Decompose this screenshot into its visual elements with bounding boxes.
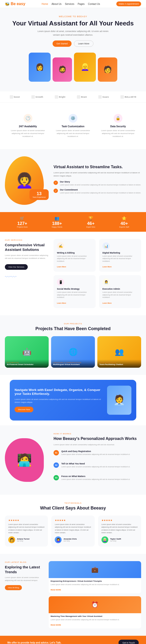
service-writing: ✍️ Writing & Editing Lorem ipsum dolor s… (53, 239, 96, 272)
services-tag: OUR SERVICES (5, 239, 49, 241)
marketing-learn-more[interactable]: Learn More (102, 266, 112, 268)
nav-services[interactable]: Services (65, 3, 74, 5)
staff-icon: ⭐ (119, 216, 129, 220)
avatar-4-icon: 🧑 (98, 58, 117, 82)
chatbot-title: Team-Facilitating Chatbot (99, 363, 139, 366)
avatar-ariana: 👩 (8, 536, 15, 543)
stat-awards: 🏆 46+ Expert Won (86, 216, 95, 228)
appointment-button[interactable]: Make A Appointment (116, 2, 141, 6)
hiw-content: HOW IT WORKS How Beeasy's Personalized A… (53, 433, 141, 488)
cta-discover-button[interactable]: Discover Now (15, 407, 33, 412)
services-intro: OUR SERVICES Comprehensive Virtual Assis… (5, 239, 49, 308)
step-1-title: Quick and Easy Registration (61, 450, 130, 452)
admin-title: Executive Admin (102, 288, 138, 290)
clients-icon: 👥 (52, 216, 62, 220)
blog-read-more-1[interactable]: READ MORE (51, 589, 61, 591)
services-description: Lorem ipsum dolor sit amet consectetur a… (5, 254, 49, 260)
step-2-text: Tell Us What You Need Lorem ipsum dolor … (61, 462, 130, 472)
learn-more-button[interactable]: Learn More (74, 40, 93, 47)
project-scheduler[interactable]: 🤖 AUTOMATION AI-Powered Smart Scheduler (5, 336, 49, 368)
about-description: Lorem ipsum dolor sit amet consectetur a… (53, 171, 141, 178)
author-role-3: our tony (110, 540, 121, 542)
hero-images: 👩 🧔 👱‍♀️ 🧑 (10, 52, 136, 82)
scheduler-title: AI-Powered Smart Scheduler (7, 363, 47, 366)
wave-decoration: 〰〰 (5, 274, 49, 280)
project-multilingual[interactable]: 🌐 LANGUAGE & COMMUNICATION Multilingual … (51, 336, 95, 368)
brands-section: boost Growth Bright Brant Guaro BULLSEYE (0, 92, 146, 103)
admin-icon: 👩‍💼 (102, 278, 110, 286)
author-1: 👩 Ariana Turner our tony (8, 536, 45, 543)
feature-security-desc: Lorem ipsum dolor sit amet consectetur a… (100, 129, 136, 138)
services-section: OUR SERVICES Comprehensive Virtual Assis… (0, 232, 146, 315)
clients-number: 188+ (52, 221, 62, 226)
nav-contact[interactable]: Contact Us (88, 3, 100, 5)
hiw-title: How Beeasy's Personalized Approach Works (53, 436, 141, 441)
testimonials-title: What Client Says About Beeasy (5, 506, 141, 511)
availability-icon: 🕐 (24, 114, 32, 123)
stat-projects: 🛒 127+ Projects Done (17, 216, 28, 228)
staff-number: 40+ (119, 221, 129, 226)
project-chatbot[interactable]: 👥 TEAM ASSISTANCE Team-Facilitating Chat… (97, 336, 141, 368)
get-in-touch-button[interactable]: Get In Touch (118, 640, 139, 644)
scheduler-overlay: AUTOMATION AI-Powered Smart Scheduler (5, 360, 49, 368)
social-desc: Lorem ipsum dolor sit amet consectetur a… (57, 291, 92, 299)
brand-boost: boost (10, 95, 20, 99)
feature-customization-title: Task Customization (55, 125, 91, 128)
testi-text-1: Lorem ipsum dolor sit amet consectetur a… (8, 523, 45, 534)
stat-clients: 👥 188+ Happy Clients (52, 216, 62, 228)
projects-title: Projects That Have Been Completed (5, 326, 141, 331)
nav-home[interactable]: Home (42, 3, 48, 5)
nav-pages[interactable]: Pages (78, 3, 85, 5)
view-services-button[interactable]: View Our Services (5, 264, 28, 270)
check-icon-2: ✓ (53, 188, 58, 193)
story-title: Our Story (60, 180, 141, 183)
experience-number: 13 (32, 191, 46, 196)
avatar-taylor: 👩‍🦳 (101, 536, 108, 543)
writing-learn-more[interactable]: Learn More (57, 266, 66, 268)
hero-avatar-3: 👱‍♀️ (74, 52, 96, 82)
nav-about[interactable]: About Us (52, 3, 61, 5)
avatar-amanda: 👩‍🦱 (55, 536, 61, 543)
services-title: Comprehensive Virtual Assistant Solution… (5, 242, 49, 252)
awards-label: Expert Won (86, 226, 95, 228)
how-it-works-section: 🧑‍💻 HOW IT WORKS How Beeasy's Personaliz… (0, 425, 146, 495)
multilingual-overlay: LANGUAGE & COMMUNICATION Multilingual Vi… (51, 360, 95, 368)
blog-description: Lorem ipsum dolor sit amet consectetur a… (5, 576, 44, 582)
step-3: 03 Focus on What Matters Lorem ipsum dol… (53, 475, 141, 485)
author-role-1: our tony (17, 540, 30, 542)
blog-read-more-2[interactable]: READ MORE (51, 624, 61, 626)
testimonials-grid: ★★★★★ Lorem ipsum dolor sit amet consect… (5, 516, 141, 546)
service-marketing: 📊 Digital Marketing Lorem ipsum dolor si… (99, 239, 141, 272)
marketing-desc: Lorem ipsum dolor sit amet consectetur a… (102, 255, 138, 263)
commitment-title: Our Commitment (60, 188, 141, 191)
step-3-text: Focus on What Matters Lorem ipsum dolor … (61, 475, 130, 485)
step-2: 02 Tell Us What You Need Lorem ipsum dol… (53, 462, 141, 472)
blog-tag: OUR LATEST BLOG (5, 561, 44, 563)
clients-label: Happy Clients (52, 226, 62, 228)
testi-text-2: Lorem ipsum dolor sit amet consectetur a… (55, 523, 91, 534)
step-3-title: Focus on What Matters (61, 475, 130, 478)
testi-text-3: Lorem ipsum dolor sit amet consectetur a… (101, 523, 138, 534)
get-started-button[interactable]: Get Started (53, 40, 71, 47)
social-learn-more[interactable]: Learn More (57, 302, 66, 304)
logo[interactable]: 🐝 Beeasy (5, 2, 25, 6)
blog-post-2[interactable]: ⏰ Mastering Time Management with Your Vi… (49, 596, 141, 628)
step-3-desc: Lorem ipsum dolor sit amet consectetur a… (61, 478, 130, 481)
feature-customization: ⚙️ Task Customization Lorem ipsum dolor … (52, 110, 93, 142)
view-all-blog-button[interactable]: View All Blog (5, 585, 22, 590)
author-name-1: Ariana Turner (17, 538, 30, 540)
hero-avatar-4: 🧑 (98, 58, 117, 82)
bottom-cta-text: We offer to provide help and advice. Let… (7, 641, 61, 644)
author-2: 👩‍🦱 Amanda Chris our tony (55, 536, 91, 543)
staff-label: Experts Staff (119, 226, 129, 228)
step-1: 01 Quick and Easy Registration Lorem ips… (53, 450, 141, 460)
admin-learn-more[interactable]: Learn More (102, 302, 112, 304)
hero-avatar-1: 👩 (29, 52, 51, 82)
cta-content: Navigate Work with Ease! Delegate, Organ… (15, 388, 103, 412)
step-3-number: 03 (53, 475, 59, 480)
story-text: Lorem ipsum dolor sit amet consectetur a… (60, 184, 141, 186)
avatar-2-icon: 🧔 (53, 58, 72, 82)
security-icon: 🔒 (114, 114, 122, 123)
blog-post-1[interactable]: 💼 Empowering Entrepreneurs: Virtual Assi… (49, 561, 141, 593)
experience-badge: 13 Years Experience (29, 189, 49, 200)
